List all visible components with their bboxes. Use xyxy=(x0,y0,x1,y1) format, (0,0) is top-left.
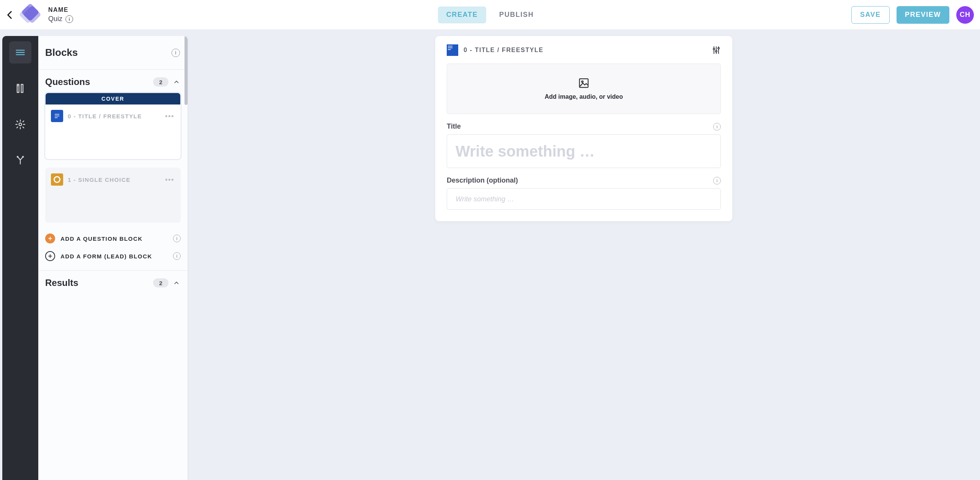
single-choice-icon xyxy=(51,173,63,186)
block-card-cover[interactable]: COVER 0 - TITLE / FREESTYLE xyxy=(45,93,181,159)
info-icon[interactable] xyxy=(65,15,73,23)
tab-create[interactable]: CREATE xyxy=(438,7,486,23)
add-form-label: ADD A FORM (LEAD) BLOCK xyxy=(60,253,168,260)
title-block-icon xyxy=(51,110,63,122)
rail-blocks[interactable] xyxy=(9,41,31,64)
section-results-title: Results xyxy=(45,278,149,288)
results-count: 2 xyxy=(153,278,168,287)
cover-badge: COVER xyxy=(46,93,180,104)
name-label: NAME xyxy=(48,7,73,13)
svg-point-26 xyxy=(718,47,719,49)
editor-canvas: 0 - TITLE / FREESTYLE Add image, audio, … xyxy=(188,30,980,480)
rail-logic[interactable] xyxy=(9,149,31,171)
panel-title: Blocks xyxy=(45,47,78,59)
svg-point-28 xyxy=(581,81,583,82)
info-icon[interactable]: i xyxy=(713,177,721,184)
mode-tabs: CREATE PUBLISH xyxy=(0,0,980,29)
settings-sliders-icon[interactable] xyxy=(712,46,721,55)
title-block: NAME Quiz xyxy=(48,7,73,23)
editor-heading: 0 - TITLE / FREESTYLE xyxy=(464,47,706,54)
block-card-more[interactable] xyxy=(164,114,175,119)
panel-scrollbar[interactable] xyxy=(185,36,188,480)
info-icon[interactable]: i xyxy=(713,123,721,131)
plus-icon xyxy=(45,251,55,261)
blocks-panel: Blocks i Questions 2 COVER 0 - TITLE / F… xyxy=(38,36,188,480)
panel-info-icon[interactable]: i xyxy=(172,49,180,57)
tab-publish[interactable]: PUBLISH xyxy=(491,7,542,23)
svg-point-10 xyxy=(23,157,23,157)
svg-point-9 xyxy=(17,157,18,157)
side-rail xyxy=(2,36,38,480)
block-card-more[interactable] xyxy=(164,177,175,182)
title-field: Title i xyxy=(447,122,721,168)
image-icon xyxy=(578,77,590,89)
preview-button[interactable]: PREVIEW xyxy=(897,6,949,24)
description-input[interactable] xyxy=(447,188,721,210)
description-label: Description (optional) xyxy=(447,176,518,184)
block-card-label: 1 - SINGLE CHOICE xyxy=(68,176,159,183)
questions-count: 2 xyxy=(153,77,168,87)
section-results[interactable]: Results 2 xyxy=(38,271,188,291)
collapse-results-icon[interactable] xyxy=(173,279,180,286)
title-block-icon xyxy=(447,44,458,56)
rail-design[interactable] xyxy=(9,77,31,100)
save-button[interactable]: SAVE xyxy=(851,6,890,24)
info-icon[interactable]: i xyxy=(173,235,181,242)
svg-point-22 xyxy=(713,48,715,50)
description-field: Description (optional) i xyxy=(447,176,721,210)
section-questions-title: Questions xyxy=(45,77,149,87)
title-label: Title xyxy=(447,122,461,131)
info-icon[interactable]: i xyxy=(173,252,181,260)
add-question-row[interactable]: ADD A QUESTION BLOCK i xyxy=(38,230,188,247)
avatar[interactable]: CH xyxy=(956,6,974,24)
add-question-label: ADD A QUESTION BLOCK xyxy=(60,235,168,242)
svg-point-0 xyxy=(69,18,70,18)
top-bar: NAME Quiz CREATE PUBLISH SAVE PREVIEW CH xyxy=(0,0,980,30)
brand-logo xyxy=(20,6,42,24)
block-card-label: 0 - TITLE / FREESTYLE xyxy=(68,113,159,119)
svg-point-24 xyxy=(715,51,717,52)
add-media-label: Add image, audio, or video xyxy=(545,93,623,100)
back-button[interactable] xyxy=(4,9,16,21)
subtitle: Quiz xyxy=(48,15,62,23)
title-input[interactable] xyxy=(447,134,721,168)
collapse-questions-icon[interactable] xyxy=(173,78,180,85)
block-card-single-choice[interactable]: 1 - SINGLE CHOICE xyxy=(45,168,181,223)
svg-rect-7 xyxy=(21,85,23,93)
editor-card: 0 - TITLE / FREESTYLE Add image, audio, … xyxy=(435,36,732,221)
section-questions[interactable]: Questions 2 xyxy=(38,70,188,90)
workspace: Blocks i Questions 2 COVER 0 - TITLE / F… xyxy=(0,30,980,480)
plus-icon xyxy=(45,233,55,243)
svg-point-8 xyxy=(19,123,22,126)
rail-settings[interactable] xyxy=(9,113,31,136)
svg-rect-1 xyxy=(69,19,70,21)
add-form-row[interactable]: ADD A FORM (LEAD) BLOCK i xyxy=(38,247,188,265)
add-media-zone[interactable]: Add image, audio, or video xyxy=(447,64,721,114)
